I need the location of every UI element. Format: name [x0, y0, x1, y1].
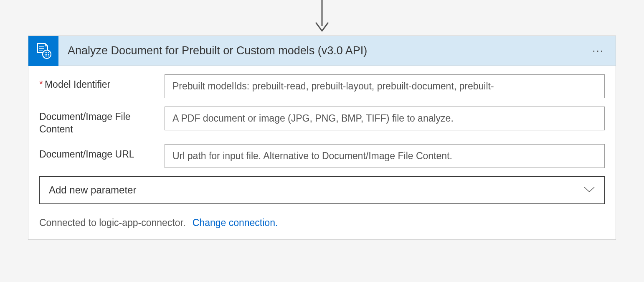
url-input[interactable]	[165, 144, 605, 168]
card-body: *Model Identifier Document/Image File Co…	[28, 66, 616, 239]
svg-point-9	[46, 53, 47, 54]
svg-point-11	[45, 55, 46, 56]
action-card: Analyze Document for Prebuilt or Custom …	[28, 36, 616, 240]
add-parameter-dropdown[interactable]: Add new parameter	[39, 176, 605, 204]
more-menu-button[interactable]: ···	[581, 44, 616, 57]
required-asterisk-icon: *	[39, 79, 43, 90]
field-label-file-content: Document/Image File Content	[39, 107, 165, 136]
card-title: Analyze Document for Prebuilt or Custom …	[58, 44, 581, 57]
field-label-url: Document/Image URL	[39, 144, 165, 161]
svg-point-12	[46, 55, 47, 56]
change-connection-link[interactable]: Change connection.	[193, 217, 278, 228]
card-header[interactable]: Analyze Document for Prebuilt or Custom …	[28, 36, 616, 66]
svg-point-10	[48, 53, 49, 54]
field-label-model-identifier: *Model Identifier	[39, 74, 165, 91]
flow-arrow	[314, 0, 330, 36]
svg-point-5	[45, 52, 46, 53]
svg-point-6	[46, 52, 47, 53]
model-identifier-label-text: Model Identifier	[45, 79, 110, 90]
svg-point-8	[45, 53, 46, 54]
field-row-file-content: Document/Image File Content	[39, 107, 605, 136]
field-row-model-identifier: *Model Identifier	[39, 74, 605, 98]
svg-point-7	[48, 52, 49, 53]
connected-to-text: Connected to logic-app-connector.	[39, 217, 185, 228]
document-analysis-icon	[28, 36, 58, 66]
model-identifier-input[interactable]	[165, 74, 605, 98]
file-content-input[interactable]	[165, 107, 605, 130]
connection-footer: Connected to logic-app-connector. Change…	[39, 217, 605, 229]
dropdown-label: Add new parameter	[49, 184, 583, 196]
svg-point-13	[48, 55, 49, 56]
field-row-url: Document/Image URL	[39, 144, 605, 168]
chevron-down-icon	[583, 185, 595, 195]
